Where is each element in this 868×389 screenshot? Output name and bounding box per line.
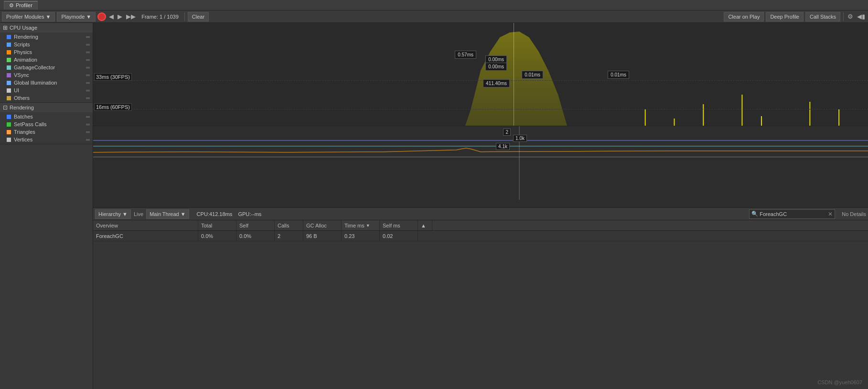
svg-rect-8 — [7, 96, 11, 100]
drag-handle-2 — [86, 44, 90, 45]
svg-rect-1 — [7, 43, 11, 47]
cpu-animation-label: Animation — [14, 57, 83, 63]
search-clear-icon[interactable]: ✕ — [828, 211, 833, 217]
skip-forward-button[interactable]: ▶▶ — [125, 13, 137, 20]
tooltip-3: 0.00ms — [485, 63, 507, 71]
collapse-button[interactable]: ◀▮ — [856, 13, 866, 20]
rendering-section-header[interactable]: ⊡ Rendering — [0, 103, 93, 112]
th-calls[interactable]: Calls — [275, 220, 303, 230]
cpu-gc-label: GarbageCollector — [14, 65, 83, 70]
table-row[interactable]: ForeachGC 0.0% 0.0% 2 96 B 0.2 — [93, 231, 868, 241]
live-label[interactable]: Live — [134, 211, 143, 217]
th-self-ms[interactable]: Self ms — [380, 220, 418, 230]
chevron-down-icon-2: ▼ — [86, 14, 91, 20]
step-forward-button[interactable]: ▶ — [117, 13, 123, 20]
svg-rect-9 — [7, 115, 11, 119]
hierarchy-label: Hierarchy — [98, 211, 121, 217]
drag-handle-5 — [86, 67, 90, 68]
th-overview[interactable]: Overview — [93, 220, 198, 230]
cpu-item-gc[interactable]: GarbageCollector — [0, 64, 93, 71]
cpu-section-header[interactable]: ⊞ CPU Usage — [0, 23, 93, 32]
search-box[interactable]: 🔍 ✕ — [749, 209, 835, 219]
td-gc-alloc: 96 B — [303, 231, 342, 241]
tooltip-411ms: 411.40ms — [483, 79, 510, 87]
cpu-item-rendering[interactable]: Rendering — [0, 33, 93, 41]
search-icon: 🔍 — [751, 211, 758, 217]
thread-label: Main Thread — [150, 211, 179, 217]
th-gc-alloc[interactable]: GC Alloc — [303, 220, 342, 230]
render-val-2: 1.0k — [513, 135, 527, 142]
settings-button[interactable]: ⚙ — [847, 13, 854, 20]
deep-profile-button[interactable]: Deep Profile — [766, 12, 804, 22]
profiler-icon: ⚙ — [9, 2, 14, 9]
cpu-item-scripts[interactable]: Scripts — [0, 41, 93, 48]
hierarchy-dropdown[interactable]: Hierarchy ▼ — [95, 209, 131, 219]
triangles-label: Triangles — [14, 129, 83, 135]
cpu-item-animation[interactable]: Animation — [0, 56, 93, 64]
playmode-dropdown[interactable]: Playmode ▼ — [57, 12, 96, 22]
bottom-panel: Hierarchy ▼ Live Main Thread ▼ CPU:412.1… — [93, 207, 868, 389]
cpu-item-gi[interactable]: Global Illumination — [0, 79, 93, 86]
svg-rect-0 — [7, 35, 11, 39]
drag-handle-11 — [86, 124, 90, 125]
grid-line-33ms — [93, 80, 868, 81]
svg-rect-12 — [7, 138, 11, 142]
step-back-button[interactable]: ◀ — [108, 13, 115, 20]
rendering-item-setpass[interactable]: SetPass Calls — [0, 120, 93, 128]
cpu-item-others[interactable]: Others — [0, 94, 93, 102]
record-button[interactable] — [97, 12, 106, 21]
left-panel: ⊞ CPU Usage Rendering Scripts Physics — [0, 23, 93, 389]
cpu-section: ⊞ CPU Usage Rendering Scripts Physics — [0, 23, 93, 103]
th-time-ms[interactable]: Time ms ▼ — [342, 220, 380, 230]
profiler-tab[interactable]: ⚙ Profiler — [4, 1, 38, 10]
chevron-down-icon: ▼ — [45, 14, 51, 20]
profiler-modules-label: Profiler Modules — [6, 14, 44, 20]
td-overview: ForeachGC — [93, 231, 198, 241]
rendering-item-vertices[interactable]: Vertices — [0, 136, 93, 143]
td-self: 0.0% — [236, 231, 275, 241]
cpu-others-label: Others — [14, 95, 83, 101]
cpu-item-ui[interactable]: UI — [0, 86, 93, 94]
toolbar-sep-2 — [843, 12, 844, 21]
grid-line-16ms — [93, 109, 868, 109]
cpu-items: Rendering Scripts Physics Animation — [0, 32, 93, 102]
cpu-ui-label: UI — [14, 87, 83, 93]
svg-rect-5 — [7, 73, 11, 77]
playmode-label: Playmode — [61, 14, 85, 20]
profiler-modules-dropdown[interactable]: Profiler Modules ▼ — [2, 12, 55, 22]
tooltip-4: 0.01ms — [522, 71, 543, 79]
rendering-item-triangles[interactable]: Triangles — [0, 128, 93, 136]
clear-button[interactable]: Clear — [188, 12, 209, 22]
td-self-ms: 0.02 — [380, 231, 418, 241]
th-self[interactable]: Self — [236, 220, 275, 230]
right-content: 33ms (30FPS) 16ms (60FPS) 0.57ms 0.00ms … — [93, 23, 868, 389]
frame-info: Frame: 1 / 1039 — [139, 14, 182, 20]
fps30-label: 33ms (30FPS) — [94, 73, 132, 81]
search-input[interactable] — [760, 211, 826, 217]
rendering-chart-svg — [93, 126, 868, 200]
svg-rect-7 — [7, 88, 11, 93]
bottom-toolbar: Hierarchy ▼ Live Main Thread ▼ CPU:412.1… — [93, 208, 868, 220]
drag-handle-3 — [86, 52, 90, 53]
th-warning[interactable]: ▲ — [418, 220, 432, 230]
th-total[interactable]: Total — [198, 220, 236, 230]
svg-rect-11 — [7, 130, 11, 134]
cpu-item-physics[interactable]: Physics — [0, 48, 93, 56]
svg-rect-6 — [7, 81, 11, 85]
clear-on-play-button[interactable]: Clear on Play — [724, 12, 764, 22]
title-bar: ⚙ Profiler — [0, 0, 868, 11]
fps60-label: 16ms (60FPS) — [94, 103, 132, 111]
rendering-item-batches[interactable]: Batches — [0, 113, 93, 120]
thread-dropdown[interactable]: Main Thread ▼ — [146, 209, 189, 219]
drag-handle-4 — [86, 59, 90, 61]
drag-handle-13 — [86, 139, 90, 140]
cpu-item-vsync[interactable]: VSync — [0, 71, 93, 79]
tooltip-1: 0.57ms — [455, 51, 476, 59]
rendering-items: Batches SetPass Calls Triangles Vertices — [0, 112, 93, 144]
chart-area[interactable]: 33ms (30FPS) 16ms (60FPS) 0.57ms 0.00ms … — [93, 23, 868, 207]
rendering-section: ⊡ Rendering Batches SetPass Calls Triang… — [0, 103, 93, 144]
call-stacks-button[interactable]: Call Stacks — [805, 12, 840, 22]
svg-rect-4 — [7, 65, 11, 70]
cpu-gi-label: Global Illumination — [14, 80, 83, 86]
toolbar-sep-1 — [184, 12, 185, 21]
